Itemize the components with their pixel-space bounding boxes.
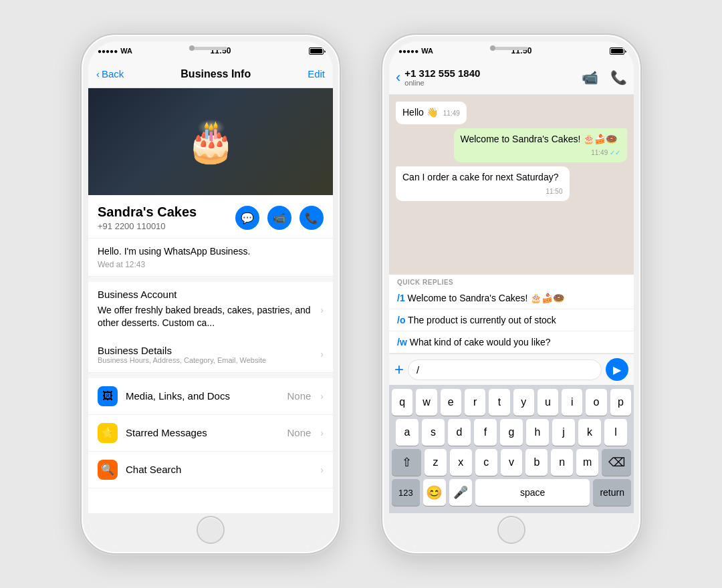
starred-label: Starred Messages (126, 427, 287, 438)
phone-1: ●●●●● WA 11:50 ‹ Back Business Info Edit (80, 33, 341, 555)
business-details-item[interactable]: Business Details Business Hours, Address… (88, 337, 333, 373)
message-2-text: Welcome to Sandra's Cakes! 🎂🍰🍩 (461, 134, 618, 144)
key-c[interactable]: c (475, 449, 497, 476)
signal-indicator: ●●●●● WA (98, 47, 132, 55)
key-u[interactable]: u (537, 389, 558, 416)
key-a[interactable]: a (396, 419, 418, 446)
media-links-item[interactable]: 🖼 Media, Links, and Docs None › (88, 378, 333, 415)
key-d[interactable]: d (448, 419, 471, 446)
key-b[interactable]: b (525, 449, 548, 476)
keyboard-row-1: q w e r t y u i o p (392, 389, 631, 416)
description-chevron-icon: › (320, 304, 324, 317)
message-button[interactable]: 💬 (235, 206, 259, 230)
details-label: Business Details (98, 345, 315, 356)
key-x[interactable]: x (450, 449, 472, 476)
battery-indicator-2 (610, 47, 624, 55)
key-q[interactable]: q (392, 389, 412, 416)
battery-indicator (309, 47, 324, 55)
chat-back-button[interactable]: ‹ (396, 69, 404, 86)
quick-reply-2[interactable]: /o The product is currently out of stock (389, 309, 634, 331)
key-p[interactable]: p (610, 389, 631, 416)
chat-navbar: ‹ +1 312 555 1840 online 📹 📞 (389, 60, 634, 95)
message-2: Welcome to Sandra's Cakes! 🎂🍰🍩 11:49 ✓✓ (454, 128, 628, 163)
status-text: Hello. I'm using WhatsApp Business. (98, 245, 324, 259)
media-label: Media, Links, and Docs (126, 390, 287, 402)
contact-name: +1 312 555 1840 (404, 67, 582, 79)
key-g[interactable]: g (500, 419, 523, 446)
reply-content-2: The product is currently out of stock (408, 315, 556, 325)
key-e[interactable]: e (441, 389, 461, 416)
status-section: Hello. I'm using WhatsApp Business. Wed … (88, 239, 333, 277)
key-h[interactable]: h (526, 419, 549, 446)
chat-search-item[interactable]: 🔍 Chat Search › (88, 452, 333, 488)
key-z[interactable]: z (425, 449, 447, 476)
key-r[interactable]: r (465, 389, 485, 416)
contact-status: online (404, 79, 582, 87)
camera-left (189, 45, 195, 51)
phone-2: ●●●●● WA 11:50 ‹ +1 312 555 1840 online (381, 33, 642, 555)
space-key[interactable]: space (475, 479, 590, 506)
phones-container: ●●●●● WA 11:50 ‹ Back Business Info Edit (80, 33, 642, 555)
back-label[interactable]: Back (102, 68, 124, 80)
key-i[interactable]: i (562, 389, 582, 416)
backspace-key[interactable]: ⌫ (602, 449, 631, 476)
key-k[interactable]: k (578, 419, 601, 446)
home-button[interactable] (197, 516, 225, 544)
chat-input-bar: + / ▶ (389, 353, 634, 385)
phone2-screen: ●●●●● WA 11:50 ‹ +1 312 555 1840 online (389, 41, 634, 547)
message-2-time: 11:49 ✓✓ (591, 148, 620, 158)
voice-call-icon[interactable]: 📞 (610, 69, 627, 86)
call-button[interactable]: 📞 (299, 206, 324, 230)
back-button[interactable]: ‹ Back (96, 68, 124, 80)
key-y[interactable]: y (513, 389, 534, 416)
edit-button[interactable]: Edit (308, 68, 325, 80)
numbers-key[interactable]: 123 (392, 479, 420, 506)
key-t[interactable]: t (489, 389, 509, 416)
starred-messages-item[interactable]: ⭐ Starred Messages None › (88, 415, 333, 452)
quick-reply-1[interactable]: /1 Welcome to Sandra's Cakes! 🎂🍰🍩 (389, 287, 634, 309)
video-call-icon[interactable]: 📹 (582, 69, 598, 86)
key-v[interactable]: v (501, 449, 523, 476)
description-text: We offer freshly baked breads, cakes, pa… (98, 304, 315, 330)
contact-info: +1 312 555 1840 online (404, 67, 582, 87)
key-o[interactable]: o (586, 389, 606, 416)
key-m[interactable]: m (576, 449, 598, 476)
search-icon-box: 🔍 (98, 460, 118, 480)
key-f[interactable]: f (474, 419, 497, 446)
action-icons: 💬 📹 📞 (235, 206, 324, 230)
video-button[interactable]: 📹 (267, 206, 291, 230)
mic-key[interactable]: 🎤 (449, 479, 472, 506)
speaker-left (194, 47, 227, 50)
account-label: Business Account (88, 282, 333, 304)
key-n[interactable]: n (551, 449, 573, 476)
description-section: We offer freshly baked breads, cakes, pa… (88, 304, 333, 337)
business-header: Sandra's Cakes +91 2200 110010 💬 📹 📞 (88, 195, 333, 239)
media-icon: 🖼 (102, 390, 113, 402)
key-s[interactable]: s (422, 419, 445, 446)
cake-photo: 🎂 (88, 88, 333, 195)
business-name: Sandra's Cakes (98, 204, 197, 220)
chat-input[interactable]: / (408, 359, 602, 380)
emoji-key[interactable]: 😊 (423, 479, 446, 506)
key-l[interactable]: l (604, 419, 627, 446)
quick-replies-section: QUICK REPLIES /1 Welcome to Sandra's Cak… (389, 274, 634, 353)
cake-emoji: 🎂 (186, 122, 236, 162)
send-button[interactable]: ▶ (606, 358, 628, 381)
shift-key[interactable]: ⇧ (392, 449, 421, 476)
key-j[interactable]: j (552, 419, 575, 446)
search-label: Chat Search (126, 464, 315, 475)
home-area (88, 513, 333, 547)
divider-2 (88, 373, 333, 378)
keyboard: q w e r t y u i o p a s d f g (389, 385, 634, 513)
nav-title: Business Info (124, 68, 308, 80)
back-chevron-icon: ‹ (96, 68, 100, 80)
details-text-block: Business Details Business Hours, Address… (98, 345, 315, 364)
shortcut-3: /w (397, 337, 407, 347)
business-name-section: Sandra's Cakes +91 2200 110010 (98, 204, 197, 231)
add-attachment-button[interactable]: + (394, 360, 404, 379)
home-button-2[interactable] (497, 516, 525, 544)
quick-reply-3[interactable]: /w What kind of cake would you like? (389, 331, 634, 353)
return-key[interactable]: return (593, 479, 631, 506)
details-subtext: Business Hours, Address, Category, Email… (98, 356, 315, 364)
key-w[interactable]: w (416, 389, 437, 416)
